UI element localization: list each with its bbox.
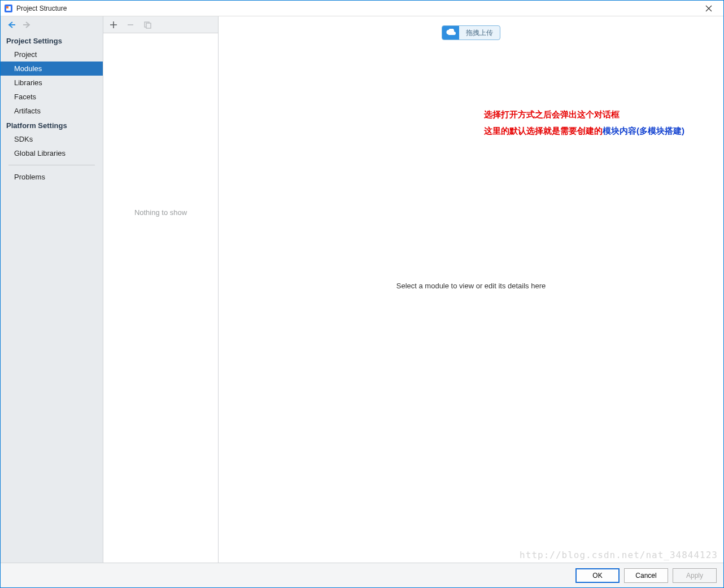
remove-module-button[interactable] [126, 20, 135, 29]
sidebar: Project Settings Project Modules Librari… [1, 16, 103, 563]
content-panel: 拖拽上传 选择打开方式之后会弹出这个对话框 这里的默认选择就是需要创建的模块内容… [219, 16, 723, 563]
section-header-platform-settings: Platform Settings [1, 118, 103, 132]
annotation-line2: 这里的默认选择就是需要创建的模块内容(多模块搭建) [484, 123, 684, 139]
module-list-empty: Nothing to show [103, 33, 218, 563]
watermark: http://blog.csdn.net/nat_34844123 [520, 550, 718, 560]
module-list-toolbar [103, 16, 218, 33]
sidebar-item-artifacts[interactable]: Artifacts [1, 104, 103, 118]
content-placeholder: Select a module to view or edit its deta… [219, 282, 723, 290]
window-close-button[interactable] [697, 1, 720, 16]
nav-forward-button[interactable] [22, 20, 32, 30]
cancel-button[interactable]: Cancel [624, 568, 668, 583]
upload-badge[interactable]: 拖拽上传 [442, 25, 500, 40]
titlebar: Project Structure [1, 1, 723, 16]
cloud-upload-icon [442, 26, 459, 40]
window-title: Project Structure [16, 5, 67, 12]
svg-rect-2 [6, 6, 8, 8]
annotation-line2-blue: 模块内容(多模块搭建) [603, 126, 684, 135]
sidebar-item-global-libraries[interactable]: Global Libraries [1, 146, 103, 160]
dialog-footer: OK Cancel Apply [1, 563, 723, 587]
svg-rect-4 [146, 23, 151, 28]
section-header-project-settings: Project Settings [1, 33, 103, 47]
sidebar-item-libraries[interactable]: Libraries [1, 76, 103, 90]
sidebar-divider [8, 165, 95, 165]
add-module-button[interactable] [109, 20, 118, 29]
apply-button: Apply [673, 568, 717, 583]
sidebar-item-facets[interactable]: Facets [1, 90, 103, 104]
nav-back-button[interactable] [6, 20, 16, 30]
ok-button[interactable]: OK [575, 568, 620, 583]
annotation-line1: 选择打开方式之后会弹出这个对话框 [484, 107, 684, 123]
sidebar-item-project[interactable]: Project [1, 47, 103, 62]
copy-module-button[interactable] [143, 20, 152, 29]
sidebar-item-modules[interactable]: Modules [1, 62, 103, 76]
module-list-panel: Nothing to show [103, 16, 219, 563]
sidebar-item-sdks[interactable]: SDKs [1, 132, 103, 146]
annotation-line2-red: 这里的默认选择就是需要创建的 [484, 126, 603, 135]
annotation-overlay: 选择打开方式之后会弹出这个对话框 这里的默认选择就是需要创建的模块内容(多模块搭… [484, 107, 684, 139]
sidebar-toolbar [1, 16, 103, 33]
module-list-empty-text: Nothing to show [134, 208, 187, 217]
upload-badge-label: 拖拽上传 [459, 28, 500, 38]
sidebar-item-problems[interactable]: Problems [1, 170, 103, 184]
app-icon [4, 4, 13, 13]
